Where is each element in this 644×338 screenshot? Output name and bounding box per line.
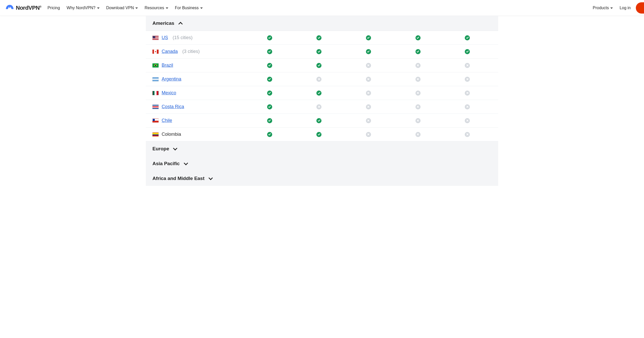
cities-count: (3 cities) [182,49,200,54]
feature-cell [443,77,492,82]
country-name: Colombia [162,132,181,137]
feature-cell [295,35,343,40]
cross-icon [415,91,421,96]
table-row: Colombia [146,128,498,141]
cta-button[interactable] [636,2,644,14]
cross-icon [366,77,371,82]
country-cell: Costa Rica [152,104,244,109]
feature-cell [344,118,393,123]
check-icon [267,35,272,40]
feature-cell [295,91,343,96]
feature-cell [443,91,492,96]
country-cell: Mexico [152,90,244,96]
region-title: Africa and Middle East [152,176,205,181]
server-regions-table: AmericasUS(15 cities)Canada(3 cities)Bra… [146,16,498,186]
feature-cell [245,77,294,82]
feature-cell [443,35,492,40]
country-cell: Colombia [152,132,244,137]
cross-icon [316,104,321,109]
country-cell: Brazil [152,63,244,68]
cross-icon [465,118,470,123]
feature-cell [394,35,442,40]
country-name[interactable]: Costa Rica [162,104,184,109]
feature-cell [394,118,442,123]
nav-item-label: For Business [175,6,199,10]
check-icon [316,91,321,96]
flag-icon-ar [152,77,159,81]
nav-item-pricing[interactable]: Pricing [47,6,60,10]
chevron-down-icon [184,161,188,165]
chevron-down-icon [166,7,168,9]
feature-cell [344,104,393,109]
table-row: Mexico [146,86,498,100]
feature-cell [295,132,343,137]
region-header-europe[interactable]: Europe [146,141,498,156]
secondary-nav: ProductsLog in [593,6,631,10]
country-name[interactable]: Canada [162,49,178,54]
country-cell: US(15 cities) [152,35,244,40]
flag-icon-br [152,63,159,67]
country-name[interactable]: Mexico [162,90,176,96]
cross-icon [366,63,371,68]
table-row: Chile [146,114,498,128]
table-row: US(15 cities) [146,31,498,45]
flag-icon-cl [152,119,159,123]
chevron-down-icon [610,7,613,9]
check-icon [465,35,470,40]
region-header-asia-pacific[interactable]: Asia Pacific [146,156,498,171]
region-title: Asia Pacific [152,161,180,166]
cross-icon [316,77,321,82]
cross-icon [415,118,421,123]
country-cell: Canada(3 cities) [152,49,244,54]
brand-logo[interactable]: NordVPN® [5,3,41,13]
cross-icon [465,104,470,109]
check-icon [316,49,321,54]
feature-cell [394,132,442,137]
country-name[interactable]: Brazil [162,63,173,68]
cross-icon [366,118,371,123]
feature-cell [295,63,343,68]
nav-item-download-vpn[interactable]: Download VPN [106,6,138,10]
feature-cell [295,77,343,82]
primary-nav: PricingWhy NordVPN?Download VPNResources… [47,6,203,10]
feature-cell [394,91,442,96]
nav-right-item-products[interactable]: Products [593,6,613,10]
feature-cell [344,63,393,68]
flag-icon-co [152,132,159,137]
site-header: NordVPN® PricingWhy NordVPN?Download VPN… [0,0,644,16]
region-header-americas[interactable]: Americas [146,16,498,31]
feature-cell [245,104,294,109]
check-icon [366,35,371,40]
feature-cell [394,49,442,54]
nav-item-why-nordvpn[interactable]: Why NordVPN? [67,6,100,10]
feature-cell [443,104,492,109]
feature-cell [295,49,343,54]
feature-cell [245,118,294,123]
check-icon [267,132,272,137]
flag-icon-ca [152,50,159,54]
cross-icon [415,104,421,109]
check-icon [267,63,272,68]
check-icon [316,118,321,123]
table-row: Costa Rica [146,100,498,114]
cross-icon [465,63,470,68]
chevron-down-icon [200,7,203,9]
feature-cell [295,118,343,123]
country-cell: Argentina [152,76,244,82]
nav-item-label: Products [593,6,609,10]
region-header-africa-and-middle-east[interactable]: Africa and Middle East [146,171,498,186]
country-name[interactable]: Chile [162,118,172,123]
flag-icon-mx [152,91,159,95]
nav-right-item-log-in[interactable]: Log in [619,6,631,10]
feature-cell [394,104,442,109]
cross-icon [465,91,470,96]
country-name[interactable]: Argentina [162,76,181,82]
feature-cell [245,35,294,40]
cross-icon [415,77,421,82]
country-name[interactable]: US [162,35,168,40]
nav-item-resources[interactable]: Resources [145,6,168,10]
nav-item-label: Log in [619,6,631,10]
nav-item-for-business[interactable]: For Business [175,6,203,10]
feature-cell [443,132,492,137]
check-icon [316,132,321,137]
